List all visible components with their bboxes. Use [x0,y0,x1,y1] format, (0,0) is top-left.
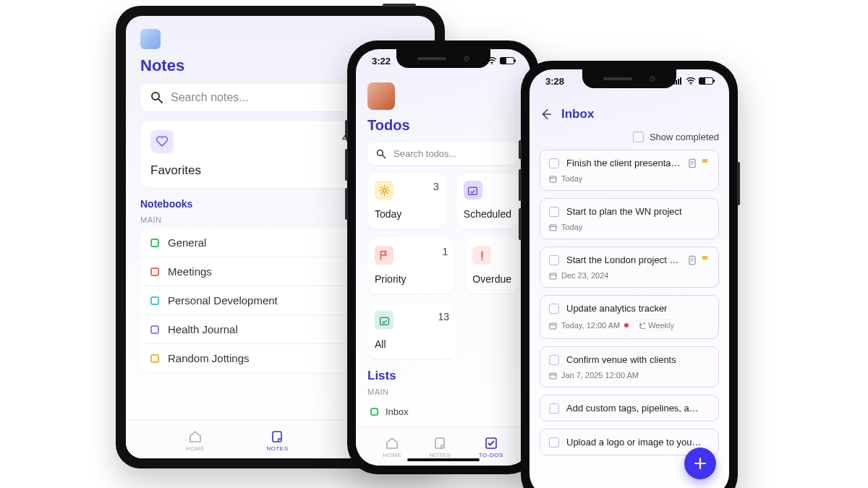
home-icon [385,436,399,450]
todo-checkbox[interactable] [549,158,559,168]
priority-card[interactable]: 1 Priority [367,239,455,294]
todo-meta: Today [549,223,710,231]
calendar-icon [549,175,557,183]
notebook-label: Personal Development [168,294,278,307]
todo-checkbox[interactable] [549,304,559,314]
priority-label: Priority [375,273,448,285]
overdue-card[interactable]: Overdue [465,239,519,294]
refresh-icon [638,322,645,329]
phone-inbox-device: 3:28 Inbox Show completed Finish the cli… [521,61,738,488]
todo-checkbox[interactable] [549,207,559,217]
folder-icon [370,408,378,416]
battery-icon [699,77,713,85]
tab-todos[interactable]: TO-DOS [479,436,503,458]
todo-title: Confirm venue with clients [566,354,702,365]
todo-item[interactable]: Finish the client presentation Today [540,150,719,191]
all-count: 13 [438,311,449,322]
todo-item[interactable]: Update analytics tracker Today, 12:00 AM… [540,295,719,339]
tab-home-label: HOME [186,445,205,452]
notebook-label: General [168,236,206,249]
show-completed-toggle[interactable]: Show completed [540,132,719,142]
calendar-check-icon [375,311,393,330]
clock: 3:28 [545,76,564,87]
todo-title: Finish the client presentation [566,158,681,168]
home-icon [188,429,203,444]
home-indicator[interactable] [407,458,480,461]
checkbox-icon [633,132,644,142]
search-icon [376,149,386,159]
calendar-icon [549,372,557,380]
all-label: All [375,338,449,350]
tab-notes[interactable]: NOTES [429,436,451,458]
todo-meta: Today [549,174,710,183]
calendar-icon [464,181,482,200]
notebook-label: Random Jottings [168,352,250,364]
search-icon [150,91,163,104]
folder-icon [150,325,159,334]
clock: 3:22 [372,56,391,67]
priority-count: 1 [443,246,448,257]
note-icon [688,255,697,265]
todo-checkbox[interactable] [549,403,559,414]
todo-item[interactable]: Confirm venue with clients Jan 7, 2025 1… [540,346,719,388]
todo-item[interactable]: Start to plan the WN project Today [540,198,719,239]
favorites-label: Favorites [150,163,349,178]
todo-title: Add custom tags, pipelines, and s... [566,403,702,414]
note-icon [688,158,697,168]
todo-meta: Today, 12:00 AM Weekly [549,320,710,331]
todo-meta: Dec 23, 2024 [549,271,710,280]
todo-item[interactable]: Add custom tags, pipelines, and s... [540,395,719,421]
calendar-icon [549,322,557,330]
avatar[interactable] [140,29,161,49]
todo-checkbox[interactable] [549,255,559,265]
heart-icon [150,130,174,153]
phone-todos-device: 3:22 Todos Search todos... 3 Today [347,40,539,474]
avatar[interactable] [367,82,395,110]
folder-icon [150,239,159,247]
flag-icon [375,246,393,265]
calendar-icon [549,223,557,231]
folder-icon [150,354,159,363]
sun-icon [375,181,393,200]
search-input[interactable]: Search todos... [367,142,519,165]
todo-item[interactable]: Start the London project with So... Dec … [540,247,719,288]
today-label: Today [375,208,439,220]
notebook-label: Health Journal [168,323,238,335]
battery-icon [500,57,514,64]
list-item[interactable]: Inbox [367,401,519,423]
search-placeholder: Search notes... [171,91,249,104]
note-icon [433,436,448,450]
tab-home[interactable]: HOME [186,429,205,452]
todo-title: Start the London project with So... [566,254,681,265]
favorites-card[interactable]: 4 Favorites [140,121,359,188]
page-title: Todos [367,117,519,134]
lists-heading: Lists [367,369,519,383]
scheduled-label: Scheduled [464,208,511,220]
add-button[interactable] [684,448,716,479]
flag-icon [701,255,710,265]
alert-icon [472,246,491,265]
scheduled-card[interactable]: Scheduled [456,174,519,228]
folder-icon [150,267,159,276]
todo-title: Update analytics tracker [566,303,702,314]
todo-checkbox[interactable] [549,437,559,448]
page-title: Inbox [561,107,594,121]
all-todos-card[interactable]: 13 All [367,304,456,359]
today-count: 3 [433,181,439,192]
wifi-icon [686,77,696,85]
notebook-label: Meetings [168,265,212,278]
todo-list: Finish the client presentation Today Sta… [540,150,719,455]
overdue-dot [624,323,629,328]
note-icon [271,429,285,444]
todo-checkbox[interactable] [549,355,559,365]
tab-home[interactable]: HOME [383,436,401,458]
today-card[interactable]: 3 Today [367,174,446,228]
flag-icon [701,158,710,168]
back-icon[interactable] [540,108,553,121]
todo-title: Start to plan the WN project [566,206,702,217]
group-label: MAIN [367,388,519,396]
todo-title: Upload a logo or image to your b... [566,437,702,448]
tab-notes[interactable]: NOTES [266,429,288,452]
recurrence-badge: Weekly [633,320,679,331]
todo-meta: Jan 7, 2025 12:00 AM [549,371,710,380]
